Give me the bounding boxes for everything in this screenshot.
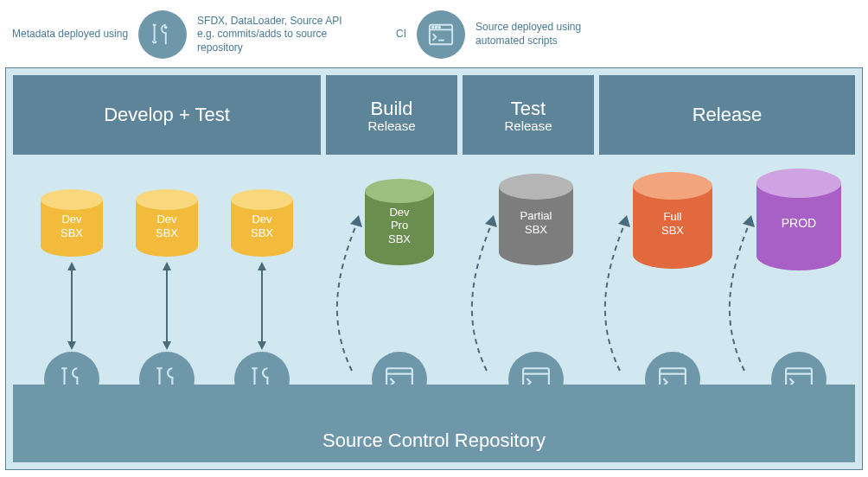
cylinder-dev-sbx-1: Dev SBX	[41, 189, 103, 257]
legend-metadata-before: Metadata deployed using	[12, 28, 128, 41]
terminal-icon	[417, 10, 465, 59]
stage-build-title: Build	[371, 98, 413, 120]
svg-marker-35	[258, 262, 266, 270]
svg-point-12	[136, 189, 198, 210]
svg-point-21	[499, 174, 573, 200]
svg-point-24	[633, 172, 712, 200]
tools-icon	[138, 10, 187, 59]
svg-marker-32	[163, 262, 171, 270]
arrow-repo-to-devpro	[326, 207, 378, 379]
svg-marker-29	[67, 262, 76, 270]
legend-cli-before: CI	[396, 28, 406, 41]
svg-point-9	[41, 189, 103, 210]
svg-point-4	[436, 27, 437, 29]
stage-headers: Develop + Test Build Release Test Releas…	[6, 68, 862, 155]
legend-cli-text: Source deployed using automated scripts	[475, 21, 631, 48]
cylinder-full-sbx-label: Full SBX	[661, 210, 684, 237]
repo-label: Source Control Repository	[322, 429, 546, 452]
stage-build-sub: Release	[367, 118, 415, 133]
svg-point-18	[365, 179, 434, 203]
pipeline-diagram: Develop + Test Build Release Test Releas…	[5, 67, 863, 470]
svg-marker-39	[618, 215, 630, 227]
svg-point-15	[231, 189, 293, 210]
svg-point-27	[756, 169, 841, 198]
stage-develop-test: Develop + Test	[13, 75, 321, 155]
stage-test: Test Release	[463, 75, 594, 155]
cylinder-dev-pro-sbx-label: Dev Pro SBX	[388, 206, 411, 246]
cylinder-dev-sbx-3: Dev SBX	[231, 189, 293, 257]
svg-marker-40	[743, 215, 755, 227]
stage-test-title: Test	[511, 98, 546, 120]
arrow-dev1-bidir	[67, 262, 77, 350]
svg-point-5	[438, 27, 440, 29]
cylinder-dev-sbx-1-label: Dev SBX	[61, 213, 83, 239]
svg-point-3	[432, 27, 434, 29]
cylinder-dev-sbx-3-label: Dev SBX	[251, 213, 273, 239]
legend-metadata-text: SFDX, DataLoader, Source API e.g. commit…	[197, 15, 353, 55]
arrow-repo-to-full	[594, 207, 646, 379]
svg-marker-37	[350, 215, 362, 227]
stage-release-title: Release	[692, 104, 763, 126]
arrow-repo-to-prod	[718, 207, 770, 379]
cylinder-dev-sbx-2: Dev SBX	[136, 189, 198, 257]
svg-marker-38	[485, 215, 497, 227]
cylinder-dev-sbx-2-label: Dev SBX	[156, 213, 178, 239]
legend-cli-group: CI Source deployed using automated scrip…	[396, 10, 631, 59]
svg-marker-36	[258, 341, 266, 350]
source-control-repository: Source Control Repository	[13, 385, 855, 462]
stage-develop-test-title: Develop + Test	[104, 104, 230, 126]
cylinder-partial-sbx-label: Partial SBX	[520, 209, 552, 236]
arrow-repo-to-partial	[461, 207, 513, 379]
arrow-dev3-bidir	[257, 262, 267, 350]
legend-row: Metadata deployed using SFDX, DataLoader…	[0, 0, 868, 69]
svg-point-0	[164, 26, 168, 29]
stage-build: Build Release	[326, 75, 457, 155]
svg-marker-30	[67, 341, 76, 350]
legend-metadata-group: Metadata deployed using SFDX, DataLoader…	[12, 10, 353, 59]
stage-release: Release	[599, 75, 855, 155]
arrow-dev2-bidir	[162, 262, 172, 350]
svg-marker-33	[163, 341, 171, 350]
cylinder-prod-label: PROD	[782, 216, 816, 231]
stage-test-sub: Release	[504, 118, 552, 133]
